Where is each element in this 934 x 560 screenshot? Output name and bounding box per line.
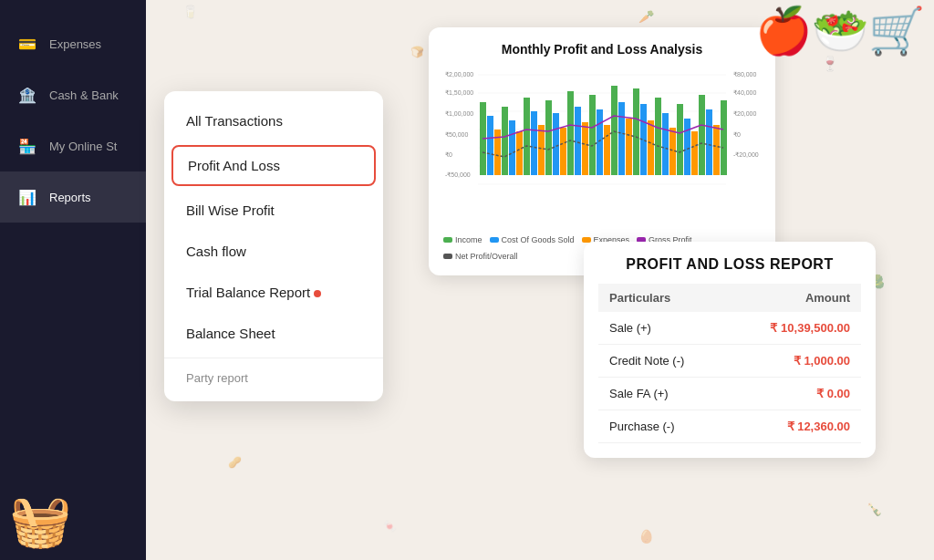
pnl-cell-amount: ₹ 1,000.00: [727, 345, 861, 378]
svg-text:-₹50,000: -₹50,000: [445, 171, 471, 178]
svg-rect-31: [575, 107, 581, 175]
pnl-card: PROFIT AND LOSS REPORT Particulars Amoun…: [584, 242, 876, 458]
pnl-table-row: Sale FA (+)₹ 0.00: [598, 378, 861, 410]
svg-text:₹40,000: ₹40,000: [733, 89, 757, 96]
pnl-table-header-row: Particulars Amount: [598, 284, 861, 312]
legend-cogs: Cost Of Goods Sold: [490, 235, 575, 244]
legend-income-label: Income: [455, 235, 483, 244]
svg-text:₹2,00,000: ₹2,00,000: [445, 71, 473, 78]
svg-rect-46: [684, 119, 690, 175]
menu-item-profit-loss[interactable]: Profit And Loss: [171, 145, 376, 186]
menu-item-party-report[interactable]: Party report: [164, 362, 383, 392]
chart-title: Monthly Profit and Loss Analysis: [443, 42, 761, 57]
chart-svg: ₹2,00,000 ₹1,50,000 ₹1,00,000 ₹50,000 ₹0…: [443, 66, 761, 216]
svg-rect-33: [589, 95, 596, 175]
pnl-cell-particulars: Sale (+): [598, 312, 727, 345]
pnl-cell-amount: ₹ 10,39,500.00: [727, 312, 861, 345]
svg-text:₹0: ₹0: [733, 131, 741, 138]
trial-balance-label: Trial Balance Report: [186, 285, 310, 300]
svg-rect-26: [538, 125, 545, 175]
svg-rect-23: [516, 131, 523, 175]
svg-rect-51: [721, 100, 727, 175]
sidebar-item-reports[interactable]: 📊 Reports: [0, 171, 146, 223]
menu-item-bill-wise-profit[interactable]: Bill Wise Profit: [164, 190, 383, 231]
svg-text:₹1,50,000: ₹1,50,000: [445, 89, 473, 96]
svg-text:-₹20,000: -₹20,000: [733, 151, 759, 158]
pnl-table-row: Sale (+)₹ 10,39,500.00: [598, 312, 861, 345]
svg-rect-29: [560, 128, 566, 175]
sidebar-item-cash-bank[interactable]: 🏦 Cash & Bank: [0, 69, 146, 120]
svg-rect-24: [524, 98, 530, 175]
svg-rect-25: [531, 111, 537, 175]
corner-decoration: 🍎🥗🛒: [755, 5, 925, 57]
svg-text:₹50,000: ₹50,000: [445, 131, 469, 138]
menu-item-balance-sheet[interactable]: Balance Sheet: [164, 313, 383, 354]
svg-rect-47: [691, 131, 698, 175]
svg-rect-35: [604, 125, 610, 175]
sidebar-label-reports: Reports: [49, 191, 91, 204]
menu-item-all-transactions[interactable]: All Transactions: [164, 100, 383, 141]
pnl-table-row: Purchase (-)₹ 12,360.00: [598, 410, 861, 443]
svg-text:₹80,000: ₹80,000: [733, 71, 757, 78]
chart-area: ₹2,00,000 ₹1,50,000 ₹1,00,000 ₹50,000 ₹0…: [443, 66, 761, 230]
menu-item-trial-balance[interactable]: Trial Balance Report: [164, 272, 383, 313]
svg-rect-42: [655, 98, 661, 175]
svg-text:₹0: ₹0: [445, 151, 452, 158]
pnl-report-title: PROFIT AND LOSS REPORT: [598, 256, 861, 273]
menu-item-cash-flow[interactable]: Cash flow: [164, 231, 383, 272]
expenses-icon: 💳: [15, 31, 40, 57]
pnl-col-particulars: Particulars: [598, 284, 727, 312]
pnl-cell-amount: ₹ 0.00: [727, 378, 861, 410]
pnl-table-row: Credit Note (-)₹ 1,000.00: [598, 345, 861, 378]
pnl-table: Particulars Amount Sale (+)₹ 10,39,500.0…: [598, 284, 861, 443]
dropdown-menu: All Transactions Profit And Loss Bill Wi…: [164, 91, 383, 401]
sidebar-item-expenses[interactable]: 💳 Expenses: [0, 18, 146, 69]
reports-icon: 📊: [15, 184, 40, 210]
svg-rect-37: [618, 102, 625, 175]
svg-rect-50: [713, 125, 720, 175]
svg-rect-21: [502, 107, 508, 175]
svg-rect-30: [567, 91, 574, 175]
svg-rect-39: [633, 88, 639, 175]
sidebar-label-cash-bank: Cash & Bank: [49, 88, 119, 102]
legend-income: Income: [443, 235, 483, 244]
svg-rect-19: [487, 116, 493, 175]
svg-rect-45: [677, 104, 683, 175]
pnl-table-body: Sale (+)₹ 10,39,500.00Credit Note (-)₹ 1…: [598, 312, 861, 443]
legend-net-profit-label: Net Profit/Overall: [455, 252, 518, 261]
svg-text:₹20,000: ₹20,000: [733, 110, 757, 117]
cash-bank-icon: 🏦: [15, 82, 40, 108]
pnl-cell-amount: ₹ 12,360.00: [727, 410, 861, 443]
sidebar: 💳 Expenses 🏦 Cash & Bank 🏪 My Online St …: [0, 0, 146, 560]
pnl-cell-particulars: Purchase (-): [598, 410, 727, 443]
svg-rect-28: [553, 113, 559, 175]
sidebar-item-online-store[interactable]: 🏪 My Online St: [0, 120, 146, 171]
menu-divider: [164, 358, 383, 358]
svg-rect-32: [582, 122, 588, 175]
pnl-cell-particulars: Sale FA (+): [598, 378, 727, 410]
svg-rect-38: [626, 119, 632, 175]
app-container: 💳 Expenses 🏦 Cash & Bank 🏪 My Online St …: [0, 0, 934, 560]
svg-rect-34: [597, 109, 603, 175]
svg-rect-27: [545, 100, 552, 175]
chart-card: Monthly Profit and Loss Analysis ₹2,00,0…: [429, 27, 775, 275]
svg-rect-48: [699, 95, 705, 175]
notification-dot: [314, 290, 321, 297]
svg-text:₹1,00,000: ₹1,00,000: [445, 110, 473, 117]
pnl-cell-particulars: Credit Note (-): [598, 345, 727, 378]
main-content: All Transactions Profit And Loss Bill Wi…: [146, 0, 934, 560]
svg-rect-36: [611, 86, 617, 175]
legend-net-profit: Net Profit/Overall: [443, 252, 518, 261]
sidebar-label-online-store: My Online St: [49, 140, 117, 153]
legend-cogs-label: Cost Of Goods Sold: [502, 235, 575, 244]
online-store-icon: 🏪: [15, 133, 40, 159]
bottom-left-decoration: 🧺: [9, 492, 72, 551]
svg-rect-49: [706, 109, 712, 175]
svg-rect-41: [648, 120, 654, 175]
pnl-col-amount: Amount: [727, 284, 861, 312]
sidebar-label-expenses: Expenses: [49, 37, 101, 51]
svg-rect-22: [509, 120, 515, 175]
svg-rect-20: [494, 130, 501, 175]
svg-rect-43: [662, 113, 669, 175]
